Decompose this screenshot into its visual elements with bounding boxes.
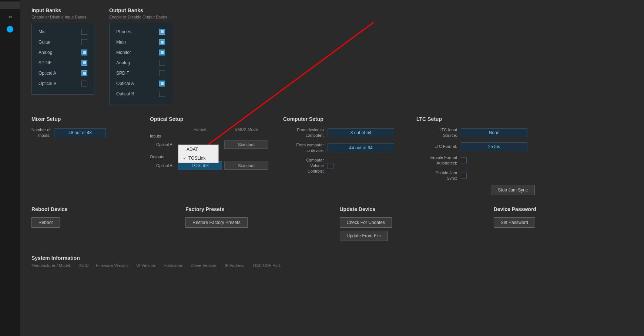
volume-controls-label: ComputerVolumeControls: (283, 157, 324, 174)
list-item: SPDIF (36, 59, 90, 67)
ltc-setup-section: LTC Setup LTC InputSource: None LTC Form… (416, 116, 535, 195)
sysinfo-ui: UI Version: (136, 263, 156, 268)
bottom-row: Reboot Device Reboot Factory Presets Res… (31, 206, 633, 244)
sysinfo-manufacturer: Manufacturer / Model: (31, 263, 71, 268)
checkbox-phones[interactable] (159, 29, 165, 35)
from-computer-label: From computerto device: (283, 142, 324, 154)
ltc-setup-content: LTC InputSource: None LTC Format: 25 fps… (416, 127, 535, 195)
device-password-content: Set Password (494, 217, 633, 228)
volume-controls-row: ComputerVolumeControls: (283, 157, 402, 174)
list-item: Optical A (36, 69, 90, 77)
out-bank-label-optical-b: Optical B (116, 91, 134, 96)
reboot-device-section: Reboot Device Reboot (31, 206, 171, 244)
restore-factory-presets-button[interactable]: Restore Factory Presets (185, 217, 247, 228)
checkbox-mic[interactable] (81, 29, 87, 35)
main-content: Input Banks Enable or Disable Input Bank… (20, 0, 644, 275)
device-password-title: Device Password (494, 206, 633, 212)
checkbox-optical-a[interactable] (81, 70, 87, 76)
output-banks-box: Phones Main Monitor Analog SPDIF (109, 23, 172, 105)
reboot-content: Reboot (31, 217, 171, 228)
checkbox-enable-format[interactable] (461, 157, 467, 163)
optical-headers-row: Format SMUX Mode (150, 127, 268, 132)
input-banks-box: Mic Guitar Analog SPDIF Optical A (31, 23, 94, 95)
input-banks-section: Input Banks Enable or Disable Input Bank… (31, 7, 94, 105)
system-info-title: System Information (31, 255, 633, 261)
bank-label-spdif: SPDIF (38, 60, 51, 65)
optical-setup-content: Format SMUX Mode Inputs Optical A: ADAT (150, 127, 268, 170)
number-of-inputs-label: Number ofInputs: (31, 127, 50, 139)
list-item: Mic (36, 28, 90, 36)
list-item: SPDIF (114, 69, 167, 77)
optical-setup-section: Optical Setup Format SMUX Mode Inputs Op… (150, 116, 268, 172)
list-item: Optical B (114, 90, 167, 98)
checkbox-out-analog[interactable] (159, 60, 165, 66)
checkbox-analog[interactable] (81, 50, 87, 55)
checkbox-spdif[interactable] (81, 60, 87, 66)
optical-inputs-row: Inputs (150, 134, 268, 138)
number-of-inputs-row: Number ofInputs: 48 out of 48 (31, 127, 135, 139)
sysinfo-hostname: Hostname: (164, 263, 183, 268)
sysinfo-firmware: Firmware Version: (96, 263, 129, 268)
ltc-format-value: 25 fps (461, 142, 527, 151)
sidebar-label: g (8, 16, 12, 18)
checkbox-volume-controls[interactable] (328, 163, 333, 169)
checkbox-main[interactable] (159, 39, 165, 45)
smux-header: SMUX Mode (224, 127, 268, 132)
bank-label-analog: Analog (38, 50, 52, 55)
list-item: Analog (36, 48, 90, 57)
update-device-title: Update Device (340, 206, 479, 212)
enable-jam-sync-row: Enable JamSync: (416, 170, 535, 181)
checkbox-guitar[interactable] (81, 39, 87, 45)
stop-jam-sync-button[interactable]: Stop Jam Sync (491, 185, 535, 195)
reboot-device-title: Reboot Device (31, 206, 171, 212)
output-banks-title: Output Banks (109, 7, 172, 13)
checkbox-out-spdif[interactable] (159, 70, 165, 76)
update-device-content: Check For Updates Update From File (340, 217, 479, 241)
set-password-button[interactable]: Set Password (494, 217, 535, 228)
outputs-label: Outputs (150, 155, 176, 159)
out-bank-label-phones: Phones (116, 29, 131, 34)
computer-setup-section: Computer Setup From device tocomputer: 8… (283, 116, 402, 178)
checkbox-monitor[interactable] (159, 50, 165, 55)
middle-row: Mixer Setup Number ofInputs: 48 out of 4… (31, 116, 633, 195)
list-item: Guitar (36, 38, 90, 46)
optical-a-inputs-label: Optical A: (150, 142, 176, 147)
out-bank-label-optical-a: Optical A (116, 81, 134, 86)
checkbox-out-optical-b[interactable] (159, 91, 165, 97)
inputs-smux-standard[interactable]: Standard (224, 140, 268, 149)
computer-setup-title: Computer Setup (283, 116, 402, 122)
optical-inputs-optical-a-row: Optical A: ADAT TOSLink Standard (150, 140, 268, 149)
input-banks-title: Input Banks (31, 7, 94, 13)
checkbox-enable-jam-sync[interactable] (461, 173, 467, 179)
bank-label-optical-a: Optical A (38, 71, 56, 76)
dropdown-item-adat[interactable]: ADAT (178, 145, 218, 154)
update-from-file-button[interactable]: Update From File (340, 231, 388, 241)
checkbox-out-optical-a[interactable] (159, 81, 165, 86)
from-computer-value: 44 out of 64 (328, 143, 394, 152)
computer-setup-content: From device tocomputer: 8 out of 64 From… (283, 127, 402, 174)
check-for-updates-button[interactable]: Check For Updates (340, 217, 392, 228)
bank-label-optical-b: Optical B (38, 81, 57, 86)
system-info-fields-row: Manufacturer / Model: GUID Firmware Vers… (31, 263, 633, 268)
format-dropdown-popup[interactable]: ADAT TOSLink (178, 145, 219, 163)
from-device-label: From device tocomputer: (283, 127, 324, 139)
output-banks-section: Output Banks Enable or Disable Output Ba… (109, 7, 172, 105)
sysinfo-driver: Driver Version: (191, 263, 217, 268)
stop-jam-sync-container: Stop Jam Sync (416, 185, 535, 195)
enable-jam-sync-label: Enable JamSync: (416, 170, 457, 181)
inputs-label: Inputs (150, 134, 176, 138)
out-bank-label-spdif: SPDIF (116, 71, 129, 76)
from-device-row: From device tocomputer: 8 out of 64 (283, 127, 402, 139)
bank-label-guitar: Guitar (38, 40, 51, 45)
outputs-smux-standard[interactable]: Standard (224, 162, 268, 170)
enable-format-row: Enable FormatAutodetect: (416, 155, 535, 166)
list-item: Analog (114, 59, 167, 67)
dropdown-item-toslink[interactable]: TOSLink (178, 154, 218, 163)
reboot-button[interactable]: Reboot (31, 217, 60, 228)
out-bank-label-analog: Analog (116, 60, 130, 65)
checkbox-optical-b[interactable] (81, 81, 87, 86)
sysinfo-guid: GUID (78, 263, 89, 268)
output-banks-subtitle: Enable or Disable Output Banks (109, 15, 172, 19)
factory-presets-content: Restore Factory Presets (185, 217, 325, 228)
enable-format-label: Enable FormatAutodetect: (416, 155, 457, 166)
